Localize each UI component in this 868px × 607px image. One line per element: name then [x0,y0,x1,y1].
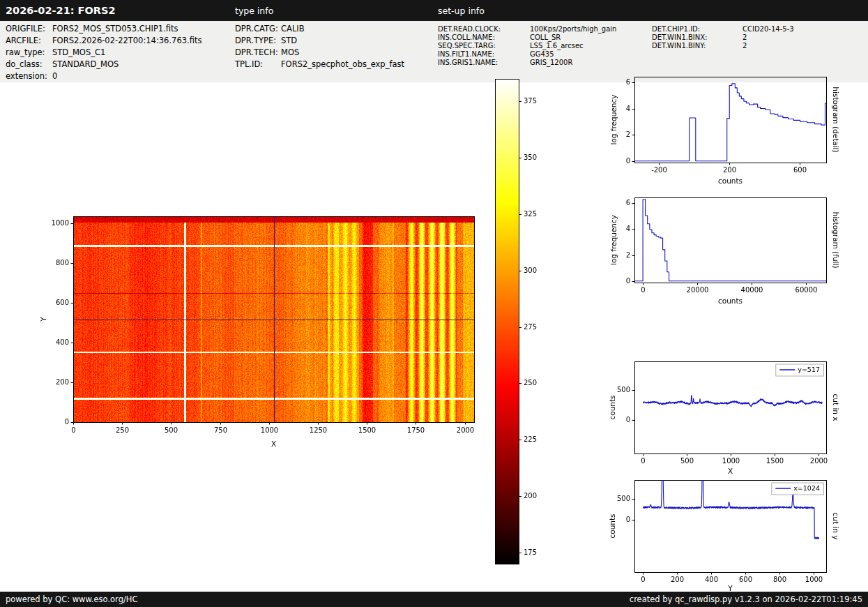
info-row-chip-id: DET.CHIP1.ID: CCID20-14-5-3 [652,25,794,33]
info-row-spec-targ: SEQ.SPEC.TARG: LSS_1.6_arcsec [438,42,616,50]
info-row-tpl-id: TPL.ID: FORS2_specphot_obs_exp_fast [235,59,404,71]
info-key: INS.FILT1.NAME: [438,50,530,58]
file-info-block: ORIGFILE: FORS2_MOS_STD053.CHIP1.fits AR… [6,24,201,83]
type-info-heading: type info [235,6,273,16]
info-value: COLL_SR [530,33,561,41]
info-value: CCID20-14-5-3 [743,25,794,33]
info-value: FORS2_specphot_obs_exp_fast [281,59,404,69]
info-key: DET.READ.CLOCK: [438,25,530,33]
info-value: FORS2.2026-02-22T00:14:36.763.fits [52,36,201,45]
info-key: TPL.ID: [235,59,281,69]
info-key: DPR.TECH: [235,47,281,57]
setup-info-heading: set-up info [438,6,485,16]
info-value: LSS_1.6_arcsec [530,42,584,50]
info-row-read-clock: DET.READ.CLOCK: 100Kps/2ports/high_gain [438,25,616,33]
info-row-biny: DET.WIN1.BINY: 2 [652,42,794,50]
info-value: STANDARD_MOS [52,59,119,69]
info-key: extension: [6,71,52,81]
footer-left: powered by QC: www.eso.org/HC [6,594,137,604]
setup-info-block: DET.READ.CLOCK: 100Kps/2ports/high_gain … [438,25,616,67]
info-key: DET.WIN1.BINX: [652,33,743,41]
info-row-gris1-name: INS.GRIS1.NAME: GRIS_1200R [438,59,616,67]
info-value: 100Kps/2ports/high_gain [530,25,616,33]
info-key: raw_type: [6,47,52,57]
histogram-full-plot [605,189,854,315]
info-value: GG435 [530,50,554,58]
cut-in-x-plot [605,352,854,478]
cut-in-y-plot [605,471,854,604]
info-value: GRIS_1200R [530,59,572,66]
info-row-filt1-name: INS.FILT1.NAME: GG435 [438,50,616,59]
info-value: 0 [52,71,57,81]
info-value: FORS2_MOS_STD053.CHIP1.fits [52,24,178,33]
info-key: DPR.TYPE: [235,36,281,45]
info-value: CALIB [281,24,305,33]
type-info-block: DPR.CATG: CALIB DPR.TYPE: STD DPR.TECH: … [235,24,404,71]
info-row-binx: DET.WIN1.BINX: 2 [652,33,794,42]
info-value: MOS [281,47,299,57]
detector-info-block: DET.CHIP1.ID: CCID20-14-5-3 DET.WIN1.BIN… [652,25,794,50]
info-key: INS.GRIS1.NAME: [438,59,530,66]
colorbar [488,70,561,576]
raw-image-plot [28,206,502,467]
info-row-dpr-type: DPR.TYPE: STD [235,36,404,47]
info-key: SEQ.SPEC.TARG: [438,42,530,50]
info-row-arcfile: ARCFILE: FORS2.2026-02-22T00:14:36.763.f… [6,36,201,47]
info-key: do_class: [6,59,52,69]
info-row-coll-name: INS.COLL.NAME: COLL_SR [438,33,616,42]
info-row-origfile: ORIGFILE: FORS2_MOS_STD053.CHIP1.fits [6,24,201,36]
footer-right: created by qc_rawdisp.py v1.2.3 on 2026-… [630,594,862,604]
info-row-dpr-tech: DPR.TECH: MOS [235,47,404,59]
qc-rawdisp-report: 2026-02-21: FORS2 type info set-up info … [0,0,868,607]
info-value: STD_MOS_C1 [52,47,105,57]
info-value: 2 [743,42,747,50]
report-title: 2026-02-21: FORS2 [6,5,116,16]
info-key: ARCFILE: [6,36,52,45]
info-key: INS.COLL.NAME: [438,33,530,41]
info-row-dpr-catg: DPR.CATG: CALIB [235,24,404,36]
info-key: DPR.CATG: [235,24,281,33]
info-key: DET.WIN1.BINY: [652,42,743,50]
info-value: 2 [743,33,747,41]
histogram-detail-plot [605,68,854,194]
info-key: DET.CHIP1.ID: [652,25,743,33]
info-row-raw-type: raw_type: STD_MOS_C1 [6,47,201,59]
info-key: ORIGFILE: [6,24,52,33]
status-bar: powered by QC: www.eso.org/HC created by… [0,592,868,607]
info-row-extension: extension: 0 [6,71,201,83]
info-row-do-class: do_class: STANDARD_MOS [6,59,201,71]
info-value: STD [281,36,297,45]
title-bar: 2026-02-21: FORS2 type info set-up info [0,0,868,21]
